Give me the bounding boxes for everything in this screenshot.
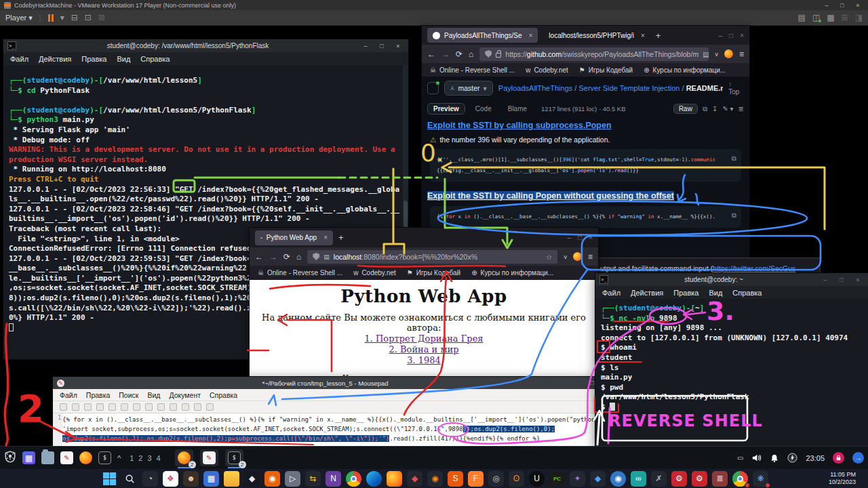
new-tab-button[interactable]: +: [338, 232, 344, 243]
visual-studio[interactable]: ✦: [570, 471, 585, 487]
menu-Действия[interactable]: Действия: [39, 55, 71, 63]
reader-mode-icon[interactable]: ▤: [703, 50, 709, 58]
menu-Справка[interactable]: Справка: [732, 289, 762, 297]
device-icon-2[interactable]: ◫: [812, 13, 820, 22]
chrome-profile[interactable]: [732, 471, 748, 487]
fullscreen-icon[interactable]: ⊡: [85, 13, 92, 22]
book-link-3[interactable]: 3. 1984: [250, 355, 598, 365]
minimize-button[interactable]: –: [819, 277, 831, 283]
close-button[interactable]: ×: [852, 277, 864, 283]
blender[interactable]: ʘ: [509, 471, 524, 487]
menu-Поиск[interactable]: Поиск: [119, 391, 138, 399]
menu-Файл[interactable]: Файл: [60, 391, 77, 399]
bookmark-Online - Reverse Shell ...[interactable]: ☠Online - Reverse Shell ...: [258, 269, 342, 277]
copy-code-icon[interactable]: ⧉: [732, 153, 736, 164]
workspace-4[interactable]: 4: [157, 454, 161, 462]
menu-Справка[interactable]: Справка: [140, 55, 170, 63]
app-orange-dot[interactable]: ◉: [427, 471, 443, 487]
app-blade[interactable]: ✗: [651, 471, 667, 487]
app-red-gear-2[interactable]: ⚙: [692, 471, 707, 487]
menu-Документ[interactable]: Документ: [169, 391, 201, 399]
toolbar-fullscreen-icon[interactable]: [206, 403, 214, 411]
close-button[interactable]: ×: [392, 43, 404, 49]
copy-icon[interactable]: ⧉: [703, 105, 707, 113]
show-desktop-icon[interactable]: ▭: [737, 454, 743, 462]
screen-lock-icon[interactable]: [833, 452, 844, 464]
app-red-gem[interactable]: ◆: [407, 471, 422, 487]
pocket-icon[interactable]: v: [715, 51, 718, 58]
workspace-3[interactable]: 3: [147, 454, 151, 462]
minimize-button[interactable]: –: [568, 234, 572, 241]
toolbar-go-to-icon[interactable]: [194, 403, 201, 411]
app-gauge[interactable]: ◔: [142, 471, 158, 487]
device-icon-5[interactable]: ◨: [855, 13, 863, 22]
menu-hamburger-icon[interactable]: ≡: [588, 252, 593, 262]
menu-Справка[interactable]: Справка: [210, 391, 237, 399]
tab-blame[interactable]: Blame: [502, 103, 533, 115]
forward-icon[interactable]: →: [269, 252, 277, 262]
logout-icon[interactable]: →: [852, 452, 864, 464]
file-tree-toggle-icon[interactable]: [427, 82, 439, 94]
firefox-running[interactable]: 2: [175, 449, 193, 466]
app-s[interactable]: S: [448, 471, 463, 487]
forward-icon[interactable]: →: [441, 49, 450, 59]
close-button[interactable]: ×: [589, 234, 593, 241]
firefox-icon[interactable]: [79, 451, 92, 464]
menu-Правка[interactable]: Правка: [673, 289, 698, 297]
bookmark-Курсы по информаци...[interactable]: ⊕Курсы по информаци...: [471, 269, 553, 277]
vs-code[interactable]: ◆: [590, 471, 606, 487]
back-icon[interactable]: ←: [255, 252, 263, 262]
tracking-shield-icon[interactable]: [313, 253, 319, 260]
url-bar[interactable]: ▤ localhost:8080/index?book={%%20for%20x…: [307, 250, 557, 264]
breadcrumb-repo[interactable]: PayloadsAllTheThings: [498, 84, 572, 92]
symbols-icon[interactable]: ≣: [738, 105, 744, 113]
notifications-bell-icon[interactable]: [770, 453, 779, 463]
menu-Вид[interactable]: Вид: [147, 391, 160, 399]
back-to-top-link[interactable]: ↑ Top: [728, 81, 744, 96]
editor-running[interactable]: ✎: [200, 449, 218, 466]
app-obsidian[interactable]: ◆: [244, 471, 260, 487]
menu-Правка[interactable]: Правка: [81, 55, 106, 63]
menu-Файл[interactable]: Файл: [10, 55, 28, 63]
maximize-button[interactable]: □: [729, 32, 733, 39]
close-tab-icon[interactable]: ×: [323, 234, 328, 241]
terminal-icon[interactable]: $: [98, 451, 111, 464]
maps-app[interactable]: ◉: [610, 471, 626, 487]
pause-vm-button[interactable]: [48, 14, 54, 22]
launcher-expand-icon[interactable]: ^: [117, 454, 121, 462]
menu-Вид[interactable]: Вид: [709, 289, 722, 297]
vmware-player[interactable]: ▷: [285, 471, 300, 487]
app-calendar[interactable]: ▦: [203, 471, 219, 487]
device-icon-4[interactable]: ⊞: [842, 13, 848, 22]
back-icon[interactable]: ←: [427, 49, 435, 59]
file-manager-icon[interactable]: [41, 451, 54, 464]
minimize-button[interactable]: –: [821, 2, 833, 9]
pocket-icon[interactable]: v: [564, 253, 567, 260]
unity-icon[interactable]: ⊠: [98, 13, 105, 22]
toolbar-save-icon[interactable]: [84, 403, 92, 411]
codeby-logo-icon[interactable]: [4, 451, 16, 466]
tab-python-web-app[interactable]: • Python Web App ×: [255, 230, 333, 245]
pycharm[interactable]: PC: [549, 471, 565, 487]
device-icon-1[interactable]: ▤: [798, 13, 806, 22]
vmware-workstation[interactable]: ⇆: [305, 471, 321, 487]
bookmark-star-icon[interactable]: ☆: [546, 253, 552, 261]
text-editor-icon[interactable]: ✎: [60, 451, 73, 464]
branch-selector[interactable]: Ymaster▾: [444, 81, 492, 96]
mousepad-editor[interactable]: 1 {% for x in ().__class__.__base__.__su…: [53, 413, 602, 446]
workspace-switcher[interactable]: 1234: [130, 454, 161, 462]
workspace-2[interactable]: 2: [138, 454, 142, 462]
book-link-2[interactable]: 2. Война и мир: [250, 344, 598, 354]
raw-button[interactable]: Raw: [673, 104, 698, 114]
app-dark-ring[interactable]: ◎: [488, 471, 504, 487]
maximize-button[interactable]: □: [835, 277, 848, 283]
bookmark-Курсы по информаци...[interactable]: ⊕Курсы по информаци...: [644, 66, 726, 74]
file-explorer[interactable]: [224, 471, 239, 487]
device-icon-3[interactable]: ▦: [827, 13, 834, 22]
toolbar-open-icon[interactable]: [72, 403, 79, 411]
terminal-output[interactable]: ┌──(student@codeby)-[~]└─$ nc -nvlp 9898…: [595, 299, 868, 413]
menu-hamburger-icon[interactable]: ≡: [739, 49, 744, 59]
close-tab-icon[interactable]: ×: [529, 32, 533, 39]
chrome[interactable]: [346, 471, 361, 487]
toolbar-undo-icon[interactable]: [108, 403, 116, 411]
